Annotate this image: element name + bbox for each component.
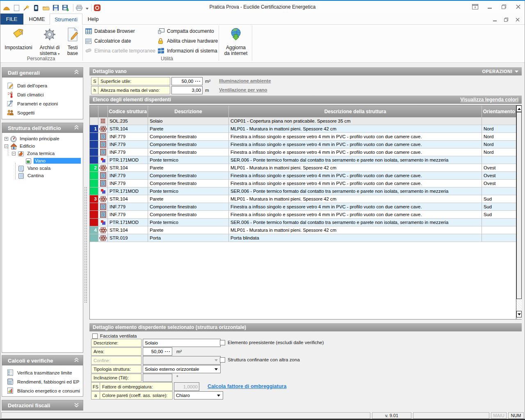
title-bar: Pratica Prova - Euclide Certificazione E… [0,1,525,14]
panel-calcoli-header[interactable]: Calcoli e verifiche [2,356,83,365]
panel-struttura-header[interactable]: Struttura dell'edificio [2,123,83,133]
preesistente-checkbox[interactable] [220,340,225,345]
more-button[interactable]: ··· [165,349,171,354]
table-row[interactable]: INF.779Componente finestratoFinestra a i… [90,211,521,219]
vertical-scrollbar[interactable] [516,105,522,319]
table-row[interactable]: 2STR.104PareteMLP01 - Muratura in matton… [90,164,521,172]
house-icon [10,143,17,149]
expand-icon[interactable]: + [5,137,8,141]
splitter-handle[interactable] [84,187,87,304]
cell-orientamento: Nord [482,133,516,141]
illuminazione-link[interactable]: Illuminazione ambiente [219,78,271,83]
wall-icon [98,234,108,242]
scrollbar-thumb[interactable] [516,112,522,299]
impostazioni-button[interactable]: Impostazioni [4,26,33,50]
table-row[interactable]: INF.779Componente finestratoFinestra a i… [90,203,521,211]
cell-codice: INF.779 [108,211,148,219]
superficie-input[interactable]: 50,00··· [171,77,203,85]
tipologia-select[interactable]: Solaio esterno orizzontale [143,365,221,373]
collapse-chevron-icon[interactable] [74,125,79,131]
collapse-icon[interactable]: − [5,144,8,148]
scroll-down-button[interactable] [516,311,522,317]
cell-codice: INF.779 [108,141,148,148]
calcoli-item[interactable]: Rendimenti, fabbisogni ed EP [2,377,83,386]
table-row[interactable]: SOL.235SolaioCOP01 - Copertura piana non… [90,117,521,125]
collapse-chevron-icon[interactable] [74,70,79,76]
table-row[interactable]: 3STR.104PareteMLP01 - Muratura in matton… [90,195,521,203]
style-icon[interactable] [472,4,478,9]
room-green-icon [25,158,32,164]
table-row[interactable]: INF.779Componente finestratoFinestra a i… [90,148,521,156]
table-row[interactable]: PTR.171MODPonte termicoSER.006 - Ponte t… [90,219,521,226]
elimina-cartelle-button: Elimina cartelle temporanee [85,47,155,55]
maximize-restore-icon[interactable] [501,4,507,9]
table-row[interactable]: PTR.171MODPonte termicoSER.006 - Ponte t… [90,187,521,195]
calcoli-item[interactable]: Bilancio energetico e consumi [2,386,83,395]
facciata-checkbox[interactable] [92,333,98,339]
col-orientamento[interactable]: Orientamento [482,105,516,117]
database-browser-button[interactable]: Database Browser [85,27,135,35]
testi-base-button[interactable]: Testi base [64,26,81,56]
tree-node-vano[interactable]: Vano [19,157,81,164]
compatta-documento-button[interactable]: Compatta documento [158,27,214,35]
aggiorna-internet-button[interactable]: Aggiorna da internet [221,26,250,56]
table-row[interactable]: STR.019PortaPorta blindata [90,234,521,242]
table-row[interactable]: INF.779Componente finestratoFinestra a i… [90,180,521,187]
table-row[interactable]: 1STR.104PareteMLP01 - Muratura in matton… [90,125,521,133]
collapse-icon[interactable]: − [12,152,16,155]
col-descrizione[interactable]: Descrizione [148,105,229,117]
tree-node-zona-termica[interactable]: −Zona termica [12,150,81,157]
mdi-restore-icon[interactable] [504,16,509,24]
mdi-close-icon[interactable] [515,16,520,24]
calcolatrice-date-button[interactable]: Calcolatrice date [85,37,131,45]
archivi-di-sistema-button[interactable]: Archivi di sistema ▾ [36,26,63,56]
legenda-colori-link[interactable]: Visualizza legenda colori [460,97,518,103]
informazioni-sistema-button[interactable]: Informazioni di sistema [158,47,217,55]
colore-pareti-select[interactable]: Chiaro [174,391,223,399]
wall-icon [98,226,108,234]
table-row[interactable]: INF.779Componente finestratoFinestra a i… [90,172,521,180]
key-lock-icon [158,38,165,44]
table-row[interactable]: 4STR.104PareteMLP01 - Muratura in matton… [90,226,521,234]
tree-node-edificio[interactable]: −Edificio [5,142,81,150]
more-button[interactable]: ··· [195,79,201,84]
confinante-label: Struttura confinante con altra zona [228,357,300,362]
dati-generali-item[interactable]: Parametri e opzioni [2,99,83,108]
descrizione-input[interactable]: Solaio [143,339,221,347]
col-descrizione-struttura[interactable]: Descrizione della struttura [229,105,482,117]
calcoli-item[interactable]: Verifica trasmittanze limite [2,368,83,377]
close-icon[interactable] [516,4,521,9]
minimize-icon[interactable] [487,4,492,9]
wrench-icon [7,100,14,107]
table-row[interactable]: INF.779Componente finestratoFinestra a i… [90,141,521,148]
confinante-checkbox[interactable] [220,357,225,363]
table-row[interactable]: PTR.171MODPonte termicoSER.006 - Ponte t… [90,156,521,164]
dati-generali-item[interactable]: Soggetti [2,108,83,117]
altezza-input[interactable]: 3,00 [171,86,203,94]
operazioni-button[interactable]: OPERAZIONI [482,69,518,74]
tab-home[interactable]: HOME [25,14,49,25]
dati-generali-item[interactable]: Dati dell'opera [2,81,83,90]
ventilazione-link[interactable]: Ventilazione per vano [219,87,267,92]
window-icon [98,133,108,141]
calcola-fattore-link[interactable]: Calcola fattore di ombreggiatura [208,383,286,389]
window-left-border [0,1,0,419]
dati-generali-item[interactable]: Dati climatici [2,90,83,99]
tree-node-impianto-principale[interactable]: +Impianto principale [5,135,81,142]
abilita-chiave-button[interactable]: Abilita chiave hardware [158,37,218,45]
tab-strumenti[interactable]: Strumenti [50,14,82,25]
area-input[interactable]: 50,00··· [143,347,172,356]
col-codice[interactable]: Codice struttura [108,105,148,117]
panel-detrazioni-header[interactable]: Detrazioni fiscali [2,400,83,410]
scroll-up-button[interactable] [516,105,522,112]
elementi-table: Codice struttura Descrizione Descrizione… [89,105,522,320]
cell-descrizione-struttura: SER.006 - Ponte termico formato dal cont… [229,156,482,164]
tab-file[interactable]: FILE [0,14,23,25]
expand-chevron-icon[interactable] [74,402,79,409]
tab-help[interactable]: Help [83,14,103,25]
wall-icon [98,195,108,203]
panel-dati-generali-header[interactable]: Dati generali [2,68,83,78]
mdi-minimize-icon[interactable] [493,16,497,24]
table-row[interactable]: INF.779Componente finestratoFinestra a i… [90,133,521,141]
collapse-chevron-icon[interactable] [74,358,79,364]
